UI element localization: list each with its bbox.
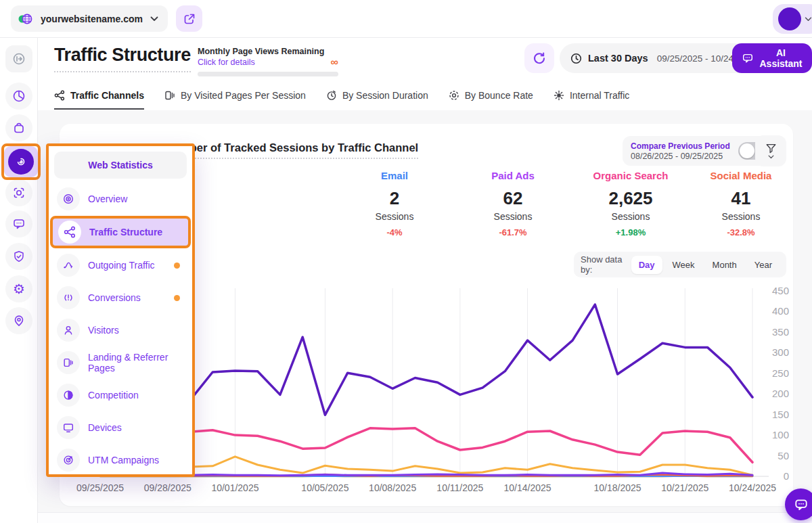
notification-dot	[174, 295, 180, 301]
svg-text:0: 0	[784, 470, 789, 482]
channel-stat-email[interactable]: Email 2 Sessions -4%	[334, 170, 455, 237]
refresh-button[interactable]	[524, 43, 554, 73]
page-views-label: Monthly Page Views Remaining	[198, 47, 338, 56]
svg-text:09/28/2025: 09/28/2025	[144, 482, 191, 493]
svg-text:450: 450	[772, 285, 789, 296]
ai-chat-icon	[742, 52, 754, 64]
svg-text:10/18/2025: 10/18/2025	[594, 482, 641, 493]
menu-item-outgoing-traffic[interactable]: Outgoing Traffic	[51, 249, 189, 281]
tab-traffic-channels[interactable]: Traffic Channels	[54, 83, 144, 110]
sidebar-item-settings[interactable]: ⚙	[5, 275, 32, 302]
notification-dot	[174, 263, 180, 269]
filter-button[interactable]	[755, 135, 786, 166]
monitor-icon	[57, 416, 80, 439]
tab-by-visited-pages[interactable]: By Visited Pages Per Session	[164, 83, 306, 110]
menu-item-visitors[interactable]: Visitors	[51, 314, 189, 346]
pages-icon	[57, 351, 80, 374]
tab-internal-traffic[interactable]: Internal Traffic	[554, 83, 629, 110]
ai-assistant-label: AI Assistant	[759, 47, 803, 69]
shield-check-icon	[12, 250, 26, 263]
clock-icon	[570, 53, 582, 64]
svg-text:100: 100	[772, 429, 789, 440]
svg-text:350: 350	[772, 326, 789, 338]
sidebar-item-feedback[interactable]	[5, 210, 32, 237]
network-nodes-icon	[54, 90, 65, 101]
gear-icon: ⚙	[13, 282, 25, 296]
menu-item-landing-referrer-pages[interactable]: Landing & Referrer Pages	[51, 346, 189, 379]
granularity-day[interactable]: Day	[631, 256, 662, 274]
sidebar-collapse-button[interactable]	[5, 45, 32, 72]
menu-item-overview[interactable]: Overview	[51, 183, 189, 215]
svg-text:10/05/2025: 10/05/2025	[301, 482, 348, 493]
icon-sidebar: ⚙	[0, 38, 38, 523]
tab-by-bounce-rate[interactable]: By Bounce Rate	[449, 83, 533, 110]
report-tabs: Traffic Channels By Visited Pages Per Se…	[54, 83, 629, 110]
overview-bullseye-icon	[57, 187, 80, 210]
annotation-box-web-statistics-menu: Web Statistics Overview Traffic Structur…	[46, 143, 195, 477]
show-data-by-label: Show data by:	[581, 254, 625, 275]
svg-text:150: 150	[772, 409, 789, 420]
svg-text:300: 300	[772, 346, 789, 358]
sidebar-item-locations[interactable]	[5, 307, 32, 334]
toggle-knob	[740, 143, 754, 158]
pie-chart-icon	[12, 89, 26, 103]
sidebar-item-ecommerce[interactable]	[5, 114, 32, 141]
avatar	[778, 7, 801, 30]
show-data-by-control: Show data by: Day Week Month Year	[574, 252, 786, 277]
annotation-box-traffic-structure: Traffic Structure	[50, 216, 191, 248]
svg-text:200: 200	[772, 388, 789, 399]
scan-target-icon	[12, 186, 26, 200]
channel-stat-social-media[interactable]: Social Media 41 Sessions -32.8%	[680, 170, 802, 237]
compare-range: 08/26/2025 - 09/25/2025	[631, 152, 730, 161]
website-selector[interactable]: yourwebsitename.com	[11, 5, 168, 32]
menu-item-utm-campaigns[interactable]: UTM Campaigns	[51, 444, 189, 476]
chevron-down-icon	[150, 16, 158, 22]
website-name: yourwebsitename.com	[41, 14, 143, 24]
top-bar: yourwebsitename.com	[0, 0, 812, 38]
user-menu[interactable]	[773, 4, 812, 34]
svg-text:50: 50	[777, 450, 789, 461]
granularity-month[interactable]: Month	[705, 256, 744, 274]
svg-text:10/24/2025: 10/24/2025	[729, 482, 776, 493]
globe-icon	[18, 12, 34, 26]
page-views-details-link[interactable]: Click for details	[198, 58, 338, 67]
svg-text:09/25/2025: 09/25/2025	[76, 482, 124, 493]
bullseye-icon	[449, 90, 459, 101]
svg-text:10/21/2025: 10/21/2025	[661, 482, 708, 493]
sidebar-item-analytics[interactable]	[5, 83, 32, 110]
chat-bubble-icon	[12, 217, 26, 231]
channel-stat-paid-ads[interactable]: Paid Ads 62 Sessions -61.7%	[452, 170, 574, 237]
menu-item-conversions[interactable]: Conversions	[51, 281, 189, 314]
svg-text:10/01/2025: 10/01/2025	[211, 482, 258, 493]
compare-label: Compare Previous Period	[631, 141, 730, 151]
tab-by-session-duration[interactable]: By Session Duration	[326, 83, 428, 110]
support-chat-fab[interactable]	[785, 488, 812, 520]
sidebar-item-security[interactable]	[5, 243, 32, 270]
open-website-button[interactable]	[176, 5, 202, 32]
ai-assistant-button[interactable]: AI Assistant	[732, 43, 812, 73]
menu-item-competition[interactable]: Competition	[51, 379, 189, 411]
location-pin-icon	[12, 314, 26, 327]
route-squiggle-icon	[57, 254, 80, 277]
pages-icon	[164, 90, 175, 101]
radar-spiral-icon	[8, 149, 34, 175]
footer-strip	[0, 512, 812, 523]
half-circle-contrast-icon	[57, 384, 80, 407]
chevron-down-icon	[768, 155, 774, 159]
menu-item-devices[interactable]: Devices	[51, 411, 189, 444]
sidebar-item-web-statistics-active[interactable]	[4, 146, 38, 177]
chevron-down-icon	[805, 17, 812, 22]
svg-text:10/11/2025: 10/11/2025	[436, 482, 483, 493]
menu-item-traffic-structure[interactable]: Traffic Structure	[53, 219, 188, 246]
timer-icon	[326, 90, 337, 101]
sidebar-item-tracking[interactable]	[5, 179, 32, 206]
granularity-week[interactable]: Week	[665, 256, 702, 274]
asterisk-burst-icon	[554, 90, 564, 101]
refresh-icon	[533, 51, 546, 65]
channel-stat-organic-search[interactable]: Organic Search 2,625 Sessions +1.98%	[570, 170, 692, 237]
svg-text:400: 400	[772, 305, 789, 317]
funnel-icon	[765, 143, 777, 154]
annotation-box-sidebar-active	[1, 143, 41, 180]
menu-header: Web Statistics	[54, 152, 187, 179]
granularity-year[interactable]: Year	[747, 256, 780, 274]
